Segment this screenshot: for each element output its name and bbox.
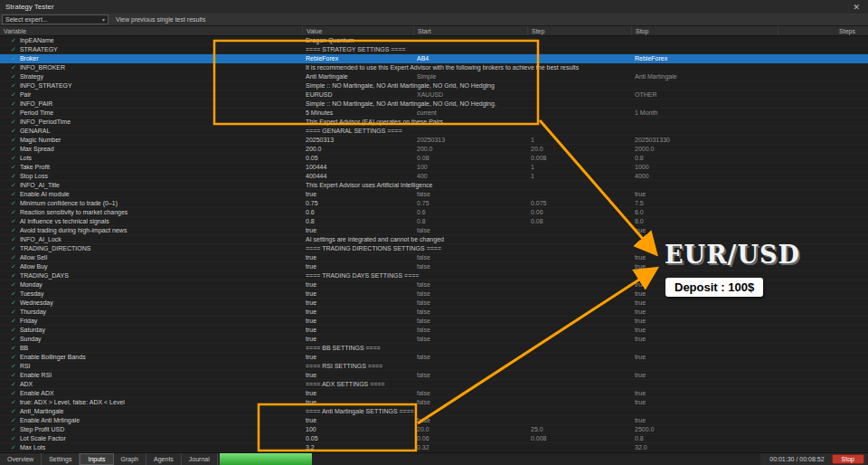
row-checkbox[interactable]: ✓ <box>11 443 16 451</box>
row-checkbox[interactable]: ✓ <box>11 190 16 198</box>
row-checkbox[interactable]: ✓ <box>11 54 16 62</box>
row-checkbox[interactable]: ✓ <box>11 163 16 171</box>
table-row[interactable]: ✓Reaction sensitivity to market changes0… <box>0 208 868 217</box>
row-checkbox[interactable]: ✓ <box>11 154 16 162</box>
table-row[interactable]: ✓RSI==== RSI SETTINGS ==== <box>0 362 868 371</box>
row-checkbox[interactable]: ✓ <box>11 145 16 153</box>
table-row[interactable]: ✓Enable RSItruefalsetrue <box>0 371 868 380</box>
table-row[interactable]: ✓Enable AI moduletruefalsetrue <box>0 190 868 199</box>
table-row[interactable]: ✓PairEURUSDXAUUSDOTHER <box>0 90 868 100</box>
row-checkbox[interactable]: ✓ <box>11 36 16 44</box>
table-row[interactable]: ✓AI influence vs technical signals0.80.8… <box>0 217 868 226</box>
tab-agents[interactable]: Agents <box>146 453 182 465</box>
tab-inputs[interactable]: Inputs <box>80 453 113 465</box>
row-checkbox[interactable]: ✓ <box>11 118 16 126</box>
table-row[interactable]: ✓Saturdaytruefalsetrue <box>0 326 868 335</box>
row-checkbox[interactable]: ✓ <box>11 90 16 99</box>
table-row[interactable]: ✓Stop Loss40044440014000 <box>0 172 868 181</box>
table-row[interactable]: ✓Wednesdaytruefalsetrue <box>0 299 868 308</box>
table-row[interactable]: ✓Take Profit10044410011000 <box>0 163 868 172</box>
row-checkbox[interactable]: ✓ <box>11 172 16 180</box>
row-checkbox[interactable]: ✓ <box>11 208 16 216</box>
table-row[interactable]: ✓Step Profit USD10020.025.02500.0 <box>0 425 868 434</box>
tab-settings[interactable]: Settings <box>42 453 80 465</box>
tab-graph[interactable]: Graph <box>114 453 146 465</box>
row-checkbox[interactable]: ✓ <box>11 109 16 117</box>
row-checkbox[interactable]: ✓ <box>11 217 16 225</box>
table-row[interactable]: ✓StrategyAnti MartingaleSimpleAnti Marti… <box>0 72 868 81</box>
row-checkbox[interactable]: ✓ <box>11 434 16 442</box>
row-checkbox[interactable]: ✓ <box>11 326 16 334</box>
table-row[interactable]: ✓InpEANameDragon Quantum <box>0 36 868 45</box>
tab-journal[interactable]: Journal <box>182 453 218 465</box>
table-row[interactable]: ✓GENARAL==== GENARAL SETTINGS ==== <box>0 127 868 136</box>
row-checkbox[interactable]: ✓ <box>11 181 16 189</box>
table-row[interactable]: ✓INFO_STRATEGYSimple :: NO Martingale, N… <box>0 81 868 90</box>
table-row[interactable]: ✓Minimum confidence to trade (0–1)0.750.… <box>0 199 868 208</box>
row-checkbox[interactable]: ✓ <box>11 136 16 144</box>
table-row[interactable]: ✓true: ADX > Level, false: ADX < Leveltr… <box>0 398 868 407</box>
row-checkbox[interactable]: ✓ <box>11 235 16 243</box>
column-header-value[interactable]: Value <box>302 26 413 35</box>
row-checkbox[interactable]: ✓ <box>11 407 16 415</box>
table-row[interactable]: ✓Enable Anti Mrtingaletruefalsetrue <box>0 416 868 425</box>
row-checkbox[interactable]: ✓ <box>11 100 16 108</box>
row-checkbox[interactable]: ✓ <box>11 262 16 270</box>
table-row[interactable]: ✓STRAATEGY==== STRATEGY SETTINGS ==== <box>0 45 868 54</box>
close-icon[interactable]: ✕ <box>850 3 863 12</box>
row-checkbox[interactable]: ✓ <box>11 127 16 135</box>
expert-select[interactable]: Select expert... ▾ <box>2 14 108 24</box>
row-checkbox[interactable]: ✓ <box>11 353 16 361</box>
column-header-stop[interactable]: Stop <box>631 26 778 35</box>
row-checkbox[interactable]: ✓ <box>11 317 16 325</box>
column-header-steps[interactable]: Steps <box>778 26 868 35</box>
table-row[interactable]: ✓INFO_PeriodTimeThis Expert Advisor (EA)… <box>0 118 868 127</box>
row-checkbox[interactable]: ✓ <box>11 344 16 352</box>
table-row[interactable]: ✓Max Spread200.0200.020.02000.0 <box>0 145 868 154</box>
table-row[interactable]: ✓Sundaytruefalsetrue <box>0 335 868 344</box>
table-row[interactable]: ✓Magic Number202503132025031312025031330 <box>0 136 868 145</box>
row-checkbox[interactable]: ✓ <box>11 253 16 261</box>
column-header-start[interactable]: Start <box>413 26 527 35</box>
table-row[interactable]: ✓Avoid trading during high-impact newstr… <box>0 226 868 235</box>
table-row[interactable]: ✓Enable Bollinger Bandstruefalsetrue <box>0 353 868 362</box>
stop-button[interactable]: Stop <box>832 454 864 464</box>
tab-overview[interactable]: Overview <box>0 453 42 465</box>
table-row[interactable]: ✓Lots0.050.080.0080.8 <box>0 154 868 163</box>
row-checkbox[interactable]: ✓ <box>11 416 16 424</box>
table-row[interactable]: ✓BB==== BB SETTINGS ==== <box>0 344 868 353</box>
row-checkbox[interactable]: ✓ <box>11 398 16 406</box>
row-checkbox[interactable]: ✓ <box>11 289 16 298</box>
row-checkbox[interactable]: ✓ <box>11 380 16 388</box>
table-row[interactable]: ✓INFO_PAIRSimple :: NO Martingale, NO An… <box>0 100 868 109</box>
table-row[interactable]: ✓Thursdaytruefalsetrue <box>0 308 868 317</box>
table-row[interactable]: ✓Fridaytruefalsetrue <box>0 317 868 326</box>
row-checkbox[interactable]: ✓ <box>11 389 16 397</box>
column-header-step[interactable]: Step <box>527 26 631 35</box>
row-checkbox[interactable]: ✓ <box>11 226 16 234</box>
table-row[interactable]: ✓BrokerRebieForexAB4RebieForex <box>0 54 868 63</box>
row-checkbox[interactable]: ✓ <box>11 371 16 379</box>
row-checkbox[interactable]: ✓ <box>11 199 16 207</box>
table-row[interactable]: ✓Lot Scale Factor0.050.060.0080.8 <box>0 434 868 443</box>
row-checkbox[interactable]: ✓ <box>11 63 16 71</box>
table-row[interactable]: ✓Period Time5 Minutescurrent1 Month <box>0 109 868 118</box>
table-row[interactable]: ✓INFO_AI_TitleThis Expert Advisor uses A… <box>0 181 868 190</box>
table-row[interactable]: ✓INFO_BROKERIt is recommended to use thi… <box>0 63 868 72</box>
table-row[interactable]: ✓Max Lots3.20.3232.0 <box>0 443 868 452</box>
row-checkbox[interactable]: ✓ <box>11 280 16 289</box>
row-checkbox[interactable]: ✓ <box>11 81 16 90</box>
row-checkbox[interactable]: ✓ <box>11 72 16 81</box>
row-checkbox[interactable]: ✓ <box>11 425 16 433</box>
table-row[interactable]: ✓ADX==== ADX SETTINGS ==== <box>0 380 868 389</box>
row-checkbox[interactable]: ✓ <box>11 335 16 343</box>
row-checkbox[interactable]: ✓ <box>11 362 16 370</box>
table-row[interactable]: ✓Anti_Martingale==== Anti Martingale SET… <box>0 407 868 416</box>
row-checkbox[interactable]: ✓ <box>11 299 16 307</box>
row-checkbox[interactable]: ✓ <box>11 244 16 252</box>
row-checkbox[interactable]: ✓ <box>11 271 16 280</box>
row-checkbox[interactable]: ✓ <box>11 308 16 316</box>
row-checkbox[interactable]: ✓ <box>11 45 16 53</box>
table-row[interactable]: ✓Enable ADXtruefalsetrue <box>0 389 868 398</box>
column-header-variable[interactable]: Variable <box>0 26 302 35</box>
